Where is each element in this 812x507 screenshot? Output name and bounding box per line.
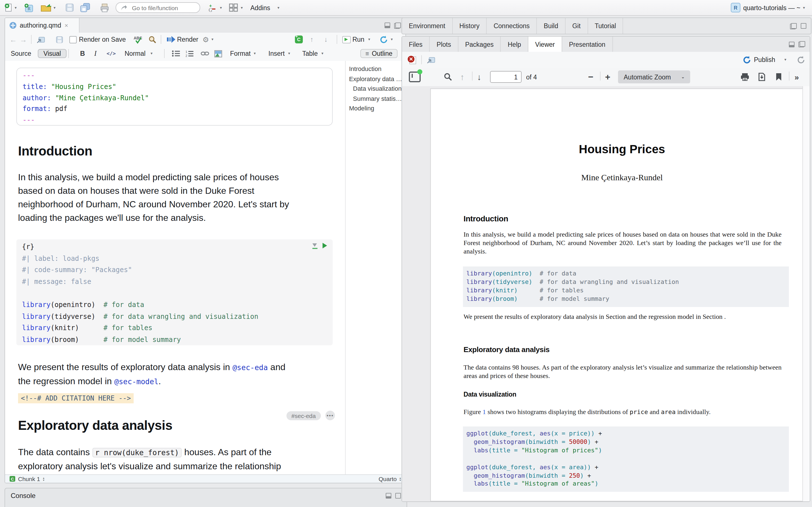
popout-window-icon[interactable] [37,33,45,46]
run-caret[interactable]: ▾ [368,33,370,46]
mode-arrows-icon[interactable]: ▴▾ [400,476,401,481]
bullet-list-icon[interactable] [172,46,180,61]
spellcheck-icon[interactable]: ABC [134,33,143,46]
addins-menu[interactable]: Addins [250,0,270,15]
render-options-caret[interactable]: ▾ [211,33,213,46]
source-mode-button[interactable]: Source [11,46,31,61]
code-format-button[interactable]: </> [107,46,116,61]
print-icon[interactable] [100,0,109,15]
env-restore-icon[interactable] [790,23,797,29]
tab-build[interactable]: Build [537,18,566,34]
tab-tutorial[interactable]: Tutorial [588,18,623,34]
insert-caret[interactable]: ▾ [288,46,290,61]
save-all-icon[interactable] [80,0,90,15]
code-chunk-load-pkgs[interactable]: {r}#| label: load-pkgs#| code-summary: "… [16,239,333,345]
refresh-viewer-icon[interactable] [797,52,805,68]
document-mode[interactable]: Quarto [378,475,397,482]
document-outline[interactable]: IntroductionExploratory data …Data visua… [345,61,406,475]
new-file-caret[interactable]: ▾ [15,0,17,15]
console-maximize-icon[interactable] [395,493,401,498]
rerun-icon[interactable] [379,33,388,46]
chunk-position[interactable]: Chunk 1 [18,475,40,482]
pdf-prev-page-icon[interactable]: ↑ [460,68,464,86]
open-file-icon[interactable] [41,0,52,15]
close-tab-icon[interactable]: × [64,22,68,29]
outline-toggle-button[interactable]: ≡Outline [360,46,398,61]
pdf-scrollbar[interactable] [802,86,810,501]
pdf-page-input[interactable]: 1 [490,68,522,86]
publish-caret[interactable]: ▾ [784,52,786,68]
version-control-icon[interactable]: +G [208,0,216,15]
pdf-view-area[interactable]: Housing Prices Mine Çetinkaya-Rundel Int… [402,86,810,501]
save-doc-icon[interactable] [56,33,63,46]
goto-file-search[interactable] [116,2,200,13]
env-maximize-icon[interactable] [801,23,806,29]
tab-help[interactable]: Help [501,37,528,52]
pdf-print-icon[interactable] [741,68,749,86]
bold-button[interactable]: B [80,46,85,61]
rerun-caret[interactable]: ▾ [391,33,393,46]
tab-viewer[interactable]: Viewer [528,37,562,52]
project-menu[interactable]: quarto-tutorials — ~ [743,0,801,15]
back-icon[interactable]: ← [10,33,17,46]
run-chunk-icon[interactable] [322,243,327,248]
tab-git[interactable]: Git [566,18,588,34]
run-chunks-above-icon[interactable] [312,243,317,248]
paragraph-style-select[interactable]: Normal [124,46,146,61]
goto-file-input[interactable] [131,4,195,11]
viewer-minimize-icon[interactable] [789,41,795,47]
table-menu[interactable]: Table [302,46,318,61]
insert-chunk-icon[interactable]: +C [295,33,303,46]
table-caret[interactable]: ▾ [321,46,323,61]
gear-icon[interactable]: ⚙ [202,33,209,46]
format-caret[interactable]: ▾ [254,46,256,61]
new-file-icon[interactable] [4,0,12,15]
link-icon[interactable] [201,46,209,61]
render-button[interactable]: Render [177,33,198,46]
yaml-metadata-block[interactable]: ---title: "Housing Prices"author: "Mine … [16,68,333,126]
new-project-icon[interactable]: R [24,0,34,15]
tab-plots[interactable]: Plots [430,37,458,52]
save-icon[interactable] [65,0,74,15]
project-caret[interactable]: ▾ [803,0,805,15]
pdf-bookmark-icon[interactable] [775,68,782,86]
clear-viewer-icon[interactable]: ✕ [408,52,416,68]
jump-next-icon[interactable]: ↓ [324,33,327,46]
paragraph-style-caret[interactable]: ▾ [151,46,153,61]
console-title[interactable]: Console [11,492,36,499]
pdf-next-page-icon[interactable]: ↓ [477,68,481,86]
render-on-save-checkbox[interactable] [69,33,77,46]
open-file-caret[interactable]: ▾ [54,0,56,15]
addins-caret[interactable]: ▾ [277,0,280,15]
pdf-zoom-in-icon[interactable]: + [605,68,610,86]
italic-button[interactable]: I [94,46,97,61]
maximize-pane-icon[interactable] [394,22,401,29]
tab-presentation[interactable]: Presentation [562,37,613,52]
tab-environment[interactable]: Environment [402,18,453,34]
pdf-tools-chevrons-icon[interactable]: » [795,68,799,86]
tab-authoring-qmd[interactable]: authoring.qmd × [5,18,80,33]
pdf-zoom-select[interactable]: Automatic Zoom⌄ [618,68,691,86]
find-replace-icon[interactable] [148,33,156,46]
chunk-nav-arrows-icon[interactable]: ▴▾ [43,476,44,481]
tab-files[interactable]: Files [402,37,430,52]
editor-content[interactable]: ---title: "Housing Prices"author: "Mine … [5,61,345,475]
section-id-badge[interactable]: #sec-eda [287,411,321,420]
image-icon[interactable] [214,46,222,61]
pdf-sidebar-toggle-icon[interactable] [409,68,421,86]
pdf-search-icon[interactable] [444,68,452,86]
numbered-list-icon[interactable]: 12 [186,46,193,61]
version-control-caret[interactable]: ▾ [220,0,222,15]
forward-icon[interactable]: → [20,33,27,46]
tab-packages[interactable]: Packages [458,37,501,52]
viewer-maximize-icon[interactable] [799,41,805,47]
publish-button[interactable]: Publish [754,52,775,68]
section-more-button[interactable]: ••• [325,411,335,420]
pdf-zoom-out-icon[interactable]: − [588,68,594,86]
viewer-popout-icon[interactable] [427,52,435,68]
visual-mode-button[interactable]: Visual [38,46,66,61]
console-minimize-icon[interactable] [386,493,391,498]
pdf-download-icon[interactable] [757,68,766,86]
tab-connections[interactable]: Connections [487,18,537,34]
tab-history[interactable]: History [453,18,487,34]
